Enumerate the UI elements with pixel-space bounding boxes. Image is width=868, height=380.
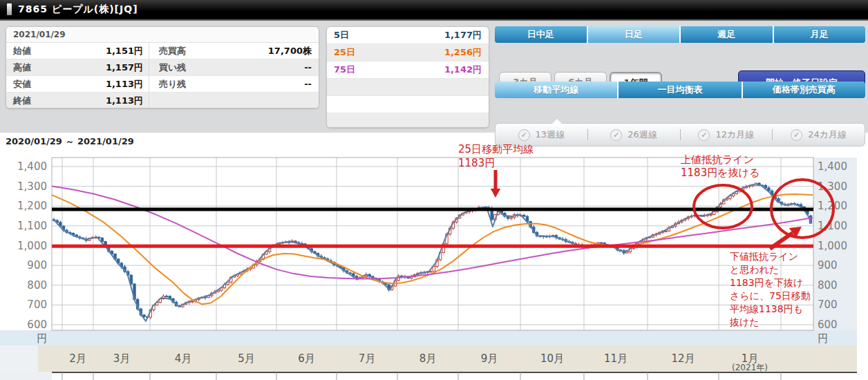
header-bar: 7865 ピープル(株)[JQ] — [0, 0, 868, 21]
right-axis-strip — [813, 158, 857, 330]
y-unit-right: 円 — [818, 332, 828, 345]
ma-5day-label: 5日 — [327, 27, 375, 44]
x-month-label: 12月 — [671, 352, 695, 365]
x-month-label: 8月 — [419, 352, 437, 365]
panel-notch — [551, 119, 563, 124]
checkbox-label: 13週線 — [536, 129, 565, 141]
date-range-label: 2020/01/29 ～ 2021/01/29 — [6, 135, 134, 148]
x-month-label: 3月 — [113, 352, 131, 365]
stock-title: 7865 ピープル(株)[JQ] — [18, 3, 138, 16]
high-value: 1,157円 — [74, 59, 143, 75]
ma-row-ma-5day: 5日 1,177円 — [327, 27, 489, 44]
open-label: 始値 — [6, 43, 74, 59]
y-tick-left: 800 — [27, 279, 47, 292]
annotation-breakout-label: 上値抵抗ライン — [681, 153, 754, 166]
ma-values-card: 5日 1,177円25日 1,256円75日 1,142円 — [326, 26, 489, 128]
y-tick-right: 1,100 — [818, 220, 847, 232]
checkbox-12month-ma[interactable]: ✓ 12カ月線 — [681, 129, 773, 141]
candlestick-series — [53, 182, 811, 319]
grid-lines — [52, 158, 813, 330]
quote-date: 2021/01/29 — [6, 27, 319, 43]
y-unit-left: 円 — [37, 332, 47, 345]
annotation-breakdown-label: 下値抵抗ライン — [730, 251, 798, 262]
annotation-breakdown-label: 1183円を下抜け — [730, 277, 803, 288]
tab-monthly[interactable]: 月足 — [774, 26, 866, 43]
x-month-label: 1月 — [742, 352, 759, 365]
ma-5day-value: 1,177円 — [375, 27, 489, 44]
y-tick-left: 700 — [27, 298, 47, 311]
ma-row-empty — [327, 96, 489, 113]
ma25-line — [52, 194, 813, 304]
y-tick-right: 1,300 — [818, 180, 847, 193]
checkbox-24month-ma[interactable]: ✓ 24カ月線 — [773, 129, 865, 141]
annotation-breakdown-label: さらに、75日移動 — [730, 290, 811, 301]
ma-25day-value: 1,256円 — [375, 44, 489, 61]
volume-label: 売買高 — [149, 43, 235, 59]
x-month-label: 7月 — [359, 352, 376, 365]
ma75-line — [52, 187, 813, 279]
y-tick-right: 900 — [818, 259, 838, 272]
y-tick-left: 1,300 — [17, 180, 47, 193]
y-tick-left: 600 — [27, 319, 47, 331]
close-value: 1,113円 — [74, 93, 143, 108]
annotation-ne-arrow — [770, 233, 793, 249]
checkbox-13week-ma[interactable]: ✓ 13週線 — [496, 129, 587, 141]
y-tick-right: 700 — [818, 298, 838, 311]
tab-volume-by-price[interactable]: 価格帯別売買高 — [743, 82, 865, 98]
ma-row-empty — [327, 79, 489, 96]
check-circle-icon: ✓ — [518, 129, 530, 141]
title-accent-bar — [7, 3, 12, 15]
y-tick-left: 1,000 — [17, 240, 47, 252]
checkbox-26week-ma[interactable]: ✓ 26週線 — [588, 129, 680, 141]
ma-75day-label: 75日 — [327, 61, 375, 78]
tab-intraday[interactable]: 日中足 — [495, 26, 588, 43]
indicator-tab-bar: 移動平均線一目均衡表価格帯別売買高 — [495, 82, 865, 98]
y-tick-right: 800 — [818, 279, 838, 292]
checkbox-label: 24カ月線 — [808, 129, 847, 141]
x-month-label: 10月 — [540, 352, 564, 365]
check-circle-icon: ✓ — [698, 129, 710, 141]
y-tick-right: 1,200 — [818, 200, 847, 212]
ma-row-ma-75day: 75日 1,142円 — [327, 61, 489, 79]
y-tick-right: 1,400 — [818, 160, 847, 173]
tab-ichimoku[interactable]: 一目均衡表 — [619, 82, 742, 98]
annotation-breakdown-label: と思われた — [730, 264, 779, 275]
annotation-circle-breakdown — [771, 180, 833, 238]
month-band — [38, 345, 857, 372]
top-panel: 2021/01/29 始値 1,151円 売買高 17,700株高値 1,157… — [0, 21, 868, 133]
quote-row-open: 始値 1,151円 売買高 17,700株 — [6, 43, 319, 59]
annotation-circle-breakout — [694, 185, 752, 228]
ma-checkbox-panel: ✓ 13週線✓ 26週線✓ 12カ月線✓ 24カ月線 — [495, 123, 865, 146]
annotation-breakout-label: 1183円を抜ける — [681, 167, 760, 179]
ma-row-empty — [327, 113, 489, 128]
x-month-label: 6月 — [298, 352, 315, 365]
x-month-label: 5月 — [238, 352, 255, 365]
ma-75day-value: 1,142円 — [375, 61, 489, 78]
low-label: 安値 — [6, 76, 74, 92]
y-tick-left: 1,100 — [17, 220, 47, 232]
quote-row-close: 終値 1,113円 — [6, 93, 319, 108]
y-tick-left: 1,400 — [17, 160, 47, 173]
quote-row-low: 安値 1,113円 売り残 -- — [6, 76, 319, 93]
tab-moving-average[interactable]: 移動平均線 — [495, 82, 619, 98]
empty-value — [235, 93, 319, 108]
tab-daily[interactable]: 日足 — [588, 26, 681, 43]
close-label: 終値 — [6, 93, 74, 108]
ma5-line — [54, 184, 811, 321]
margin-buy-value: -- — [235, 59, 319, 75]
margin-sell-value: -- — [235, 76, 319, 92]
yen-band — [0, 330, 857, 345]
low-value: 1,113円 — [74, 76, 143, 92]
high-label: 高値 — [6, 59, 74, 75]
annotations: 25日移動平均線1183円上値抵抗ライン1183円を抜ける下値抵抗ラインと思われ… — [458, 143, 833, 327]
checkbox-label: 26週線 — [628, 129, 657, 141]
x-month-label: 4月 — [175, 352, 192, 365]
tab-weekly[interactable]: 週足 — [681, 26, 774, 43]
checkbox-label: 12カ月線 — [715, 129, 754, 141]
open-value: 1,151円 — [74, 43, 143, 59]
ma-row-ma-25day: 25日 1,256円 — [327, 44, 489, 61]
annotation-breakdown-label: 抜けた — [729, 316, 760, 327]
annotation-ma25-label: 1183円 — [458, 157, 495, 169]
margin-sell-label: 売り残 — [149, 76, 235, 92]
empty-label — [149, 93, 235, 108]
